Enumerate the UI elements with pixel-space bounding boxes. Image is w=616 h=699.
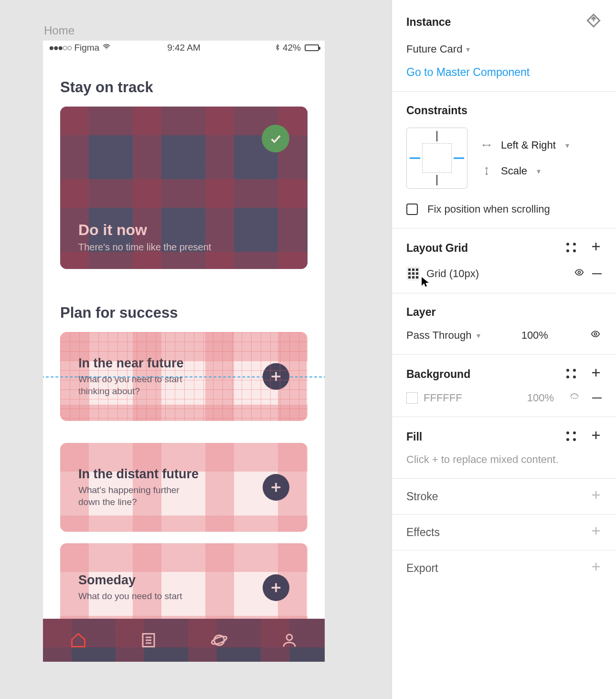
chevron-down-icon: ▾ — [537, 167, 541, 176]
export-header: Export — [406, 562, 438, 575]
add-grid-icon[interactable] — [590, 241, 602, 255]
add-fill-icon[interactable] — [590, 430, 602, 444]
add-export-icon[interactable] — [590, 561, 602, 575]
remove-bg-icon[interactable] — [592, 398, 602, 398]
planet-tab-icon[interactable] — [210, 631, 228, 649]
home-tab-icon[interactable] — [69, 631, 87, 649]
add-effect-icon[interactable] — [590, 525, 602, 539]
fill-hint: Click + to replace mixed content. — [406, 453, 602, 466]
battery-percent-label: 42% — [283, 43, 301, 53]
svg-point-4 — [578, 271, 581, 273]
layer-opacity-value[interactable]: 100% — [521, 329, 548, 342]
properties-panel: Instance Future Card ▾ Go to Master Comp… — [392, 0, 616, 699]
fill-section: Fill Click + to replace mixed content. — [392, 417, 616, 479]
fix-position-checkbox[interactable]: Fix position when scrolling — [406, 203, 602, 215]
chevron-down-icon: ▾ — [466, 45, 470, 54]
card-title: Someday — [78, 573, 263, 588]
grid-item-label[interactable]: Grid (10px) — [426, 268, 566, 280]
h-constraint-value: Left & Right — [501, 139, 556, 151]
hero-title: Do it now — [78, 221, 289, 239]
add-background-icon[interactable] — [590, 367, 602, 381]
resize-handle[interactable] — [60, 419, 62, 421]
bg-styles-icon[interactable] — [566, 369, 577, 379]
resize-handle[interactable] — [60, 332, 62, 334]
layout-grid-section: Layout Grid Grid (10px) — [392, 228, 616, 293]
layer-visibility-icon[interactable] — [589, 329, 602, 342]
resize-handle[interactable] — [306, 332, 308, 334]
card-subtitle: What do you need to start — [78, 591, 202, 602]
layer-header: Layer — [406, 306, 602, 319]
effects-section: Effects — [392, 515, 616, 550]
fill-styles-icon[interactable] — [566, 431, 577, 442]
constraints-header: Constraints — [406, 104, 602, 117]
hero-card[interactable]: Do it now There's no time like the prese… — [60, 107, 308, 269]
svg-point-2 — [211, 635, 227, 646]
export-section: Export — [392, 550, 616, 586]
profile-tab-icon[interactable] — [280, 631, 298, 649]
phone-frame[interactable]: ●●●○○ Figma 9:42 AM 42% Stay on track — [43, 41, 325, 662]
future-card-1[interactable]: In the near future What do you need to s… — [60, 332, 308, 421]
stroke-section: Stroke — [392, 479, 616, 515]
chevron-down-icon: ▾ — [477, 331, 480, 340]
list-tab-icon[interactable] — [139, 631, 158, 649]
instance-section: Instance Future Card ▾ Go to Master Comp… — [392, 0, 616, 92]
blend-mode-value: Pass Through — [406, 329, 472, 342]
svg-point-5 — [594, 333, 596, 335]
signal-dots-icon: ●●●○○ — [49, 43, 71, 53]
plus-icon[interactable] — [263, 474, 289, 501]
status-bar: ●●●○○ Figma 9:42 AM 42% — [43, 41, 325, 55]
resize-handle[interactable] — [306, 419, 308, 421]
selection-outline[interactable] — [60, 332, 308, 421]
constraints-section: Constraints Left & Right ▾ — [392, 92, 616, 228]
add-stroke-icon[interactable] — [590, 489, 602, 504]
checkbox-icon[interactable] — [406, 204, 418, 215]
background-section: Background FFFFFF 100% — [392, 355, 616, 417]
remove-grid-icon[interactable] — [592, 273, 602, 274]
reset-instance-icon[interactable] — [585, 12, 602, 32]
grid-type-icon[interactable] — [406, 267, 420, 280]
fix-position-label: Fix position when scrolling — [427, 203, 550, 215]
layout-grid-header: Layout Grid — [406, 242, 468, 255]
hero-subtitle: There's no time like the present — [78, 242, 289, 253]
bg-hex-value[interactable]: FFFFFF — [424, 392, 527, 404]
carrier-label: Figma — [74, 43, 99, 53]
card-title: In the distant future — [78, 467, 263, 482]
design-canvas[interactable]: Home ●●●○○ Figma 9:42 AM 42% Stay on tra… — [0, 0, 392, 699]
bluetooth-icon — [274, 43, 281, 53]
instance-header: Instance — [406, 16, 451, 29]
chevron-down-icon: ▾ — [565, 141, 569, 150]
horizontal-constraint-select[interactable]: Left & Right ▾ — [482, 139, 569, 151]
section-header-2: Plan for success — [60, 304, 308, 322]
future-card-2[interactable]: In the distant future What's happening f… — [60, 443, 308, 532]
effects-header: Effects — [406, 526, 440, 539]
background-header: Background — [406, 368, 470, 381]
constraints-widget[interactable] — [406, 128, 467, 189]
frame-label[interactable]: Home — [44, 24, 74, 37]
bg-visibility-hidden-icon[interactable] — [568, 392, 581, 404]
visibility-toggle-icon[interactable] — [573, 268, 585, 280]
check-icon[interactable] — [262, 125, 289, 152]
fill-header: Fill — [406, 430, 422, 443]
section-header-1: Stay on track — [60, 79, 308, 96]
vertical-constraint-select[interactable]: Scale ▾ — [482, 165, 569, 177]
layer-section: Layer Pass Through ▾ 100% — [392, 293, 616, 355]
bg-opacity-value[interactable]: 100% — [527, 392, 554, 404]
component-select[interactable]: Future Card ▾ — [406, 43, 602, 55]
blend-mode-select[interactable]: Pass Through ▾ — [406, 329, 480, 342]
grid-styles-icon[interactable] — [566, 243, 577, 253]
plus-icon[interactable] — [263, 574, 289, 601]
tab-bar — [43, 619, 325, 662]
battery-icon — [305, 44, 319, 51]
go-to-master-link[interactable]: Go to Master Component — [406, 66, 602, 79]
svg-point-3 — [287, 634, 292, 640]
wifi-icon — [102, 43, 111, 53]
v-constraint-value: Scale — [501, 165, 527, 177]
component-name: Future Card — [406, 43, 462, 55]
cursor-icon — [421, 276, 430, 290]
card-subtitle: What's happening further down the line? — [78, 484, 202, 508]
bg-swatch[interactable] — [406, 392, 418, 404]
stroke-header: Stroke — [406, 490, 438, 503]
clock-label: 9:42 AM — [139, 43, 229, 53]
